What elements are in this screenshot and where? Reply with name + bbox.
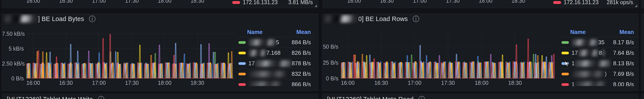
legend-mean-value: 7.69 B/s bbox=[613, 70, 634, 77]
redacted-name-blur bbox=[249, 39, 276, 46]
x-tick-label: 16:30 bbox=[53, 79, 79, 86]
name-fragment: 8 bbox=[599, 50, 602, 56]
x-tick-label: 17:30 bbox=[440, 0, 466, 4]
legend-series-name[interactable] bbox=[248, 81, 282, 86]
legend-series-name[interactable]: 1 bbox=[572, 81, 606, 86]
panel-title[interactable]: [HUT12260] Tablet Meta Read bbox=[327, 96, 414, 99]
legend-series-name[interactable]: 7.168 bbox=[248, 50, 280, 56]
panel-above-right: 172.16.131.23 281k ops/s 16:0016:3017:00… bbox=[323, 0, 638, 8]
redacted-title-prefix bbox=[4, 15, 37, 23]
legend-header-mean[interactable]: Mean bbox=[296, 29, 311, 36]
legend-item[interactable]: 172.16.131.23 281k ops/s bbox=[553, 0, 635, 6]
legend-header-row: Name Mean bbox=[560, 27, 638, 37]
name-fragment: 35 bbox=[598, 39, 604, 46]
name-fragment: 1 bbox=[572, 60, 574, 67]
legend-series-name[interactable] bbox=[248, 71, 287, 77]
info-icon[interactable]: ⓘ bbox=[418, 96, 425, 99]
legend-mean-value: 8.17 B/s bbox=[613, 39, 634, 46]
legend-mean-value: 7.64 B/s bbox=[613, 50, 634, 56]
panel-below-tablet-meta-read: [HUT12260] Tablet Meta Read ⓘ bbox=[322, 94, 638, 99]
name-fragment: 1 bbox=[572, 81, 574, 86]
legend-header-name[interactable]: Name bbox=[570, 29, 586, 36]
redacted-name-blur bbox=[578, 50, 598, 56]
legend-row[interactable]: 7.168826 B/s bbox=[237, 48, 315, 58]
legend-row[interactable]: 358.17 B/s bbox=[560, 37, 638, 48]
redacted-name-blur bbox=[572, 71, 604, 77]
x-tick-label: 17:30 bbox=[119, 0, 145, 4]
series-color-marker bbox=[562, 83, 569, 86]
name-fragment: ) bbox=[605, 70, 607, 77]
redacted-name-blur bbox=[575, 60, 610, 67]
mouse-cursor-icon bbox=[564, 61, 570, 67]
legend-series-name[interactable]: 35 bbox=[572, 39, 604, 46]
redacted-name-blur bbox=[249, 50, 266, 56]
panel-above-left: 172.16.131.23 3.81 MB/s 16:0016:3017:001… bbox=[2, 0, 318, 8]
legend-series-name[interactable]: ) bbox=[572, 70, 607, 77]
info-icon[interactable]: ⓘ bbox=[412, 16, 419, 22]
legend-series-name[interactable]: 178 bbox=[572, 50, 605, 56]
panel-title[interactable]: ] BE Load Bytes bbox=[38, 15, 84, 23]
legend-table: Name Mean 5884 B/s7.168826 B/s17878 B/s8… bbox=[237, 27, 315, 86]
legend-row[interactable]: 18.13 B/s bbox=[560, 58, 638, 69]
panel-resize-handle-icon[interactable] bbox=[635, 5, 637, 7]
x-tick-label: 16:00 bbox=[20, 79, 46, 86]
legend-mean-value: 866 B/s bbox=[292, 81, 311, 86]
x-tick-label: 17:30 bbox=[435, 79, 461, 86]
legend-row[interactable]: 866 B/s bbox=[237, 79, 315, 86]
panel-header: [HUT12260] Tablet Meta Write ⓘ bbox=[4, 95, 316, 99]
legend-series-name[interactable]: 172.16.131.23 bbox=[243, 0, 278, 6]
y-tick-label: 25 B/s bbox=[322, 59, 338, 66]
legend-series-name[interactable]: 5 bbox=[248, 39, 279, 46]
legend-item[interactable]: 172.16.131.23 3.81 MB/s bbox=[232, 0, 315, 6]
series-color-marker bbox=[238, 62, 246, 65]
redacted-title-prefix bbox=[324, 15, 358, 23]
legend-series-name[interactable]: 172.16.131.23 bbox=[564, 0, 598, 6]
series-color-marker bbox=[562, 41, 569, 44]
legend-header-mean[interactable]: Mean bbox=[620, 29, 634, 36]
panel-header: 0] BE Load Rows ⓘ bbox=[324, 15, 636, 23]
x-tick-label: 18:00 bbox=[152, 0, 178, 4]
legend-series-name[interactable]: 1 bbox=[572, 60, 611, 67]
legend-series-name[interactable]: 17 bbox=[248, 60, 292, 67]
legend-row[interactable]: 17878 B/s bbox=[237, 58, 315, 69]
x-tick-label: 18:30 bbox=[502, 79, 528, 86]
legend-row[interactable]: 832 B/s bbox=[237, 69, 315, 79]
panel-header: [HUT12260] Tablet Meta Read ⓘ bbox=[324, 95, 636, 99]
x-tick-label: 16:00 bbox=[335, 79, 361, 86]
panel-title[interactable]: 0] BE Load Rows bbox=[358, 15, 408, 23]
y-tick-label: 5 kB/s bbox=[2, 45, 24, 52]
x-tick-label: 18:30 bbox=[505, 0, 531, 4]
panel-title[interactable]: [HUT12260] Tablet Meta Write bbox=[7, 96, 93, 99]
series-color-marker bbox=[238, 73, 246, 75]
series-color-marker bbox=[553, 1, 561, 4]
series-color-marker bbox=[238, 52, 246, 54]
y-tick-label: 50 B/s bbox=[322, 43, 338, 50]
panel-below-edge bbox=[641, 94, 644, 99]
legend-row[interactable]: 1787.64 B/s bbox=[560, 48, 638, 58]
x-tick-label: 16:30 bbox=[368, 79, 394, 86]
legend-header-name[interactable]: Name bbox=[247, 29, 262, 36]
name-fragment: 17 bbox=[572, 50, 578, 56]
name-fragment: 7.168 bbox=[266, 50, 280, 56]
x-tick-label: 18:30 bbox=[184, 79, 210, 86]
legend-mean-value: 884 B/s bbox=[292, 39, 311, 46]
legend-mean-value: 826 B/s bbox=[292, 50, 311, 56]
x-tick-label: 16:00 bbox=[341, 0, 367, 4]
time-series-plot[interactable] bbox=[26, 31, 234, 78]
info-icon[interactable]: ⓘ bbox=[98, 96, 104, 99]
panel-above-edge bbox=[641, 0, 644, 8]
legend-row[interactable]: )7.69 B/s bbox=[560, 69, 638, 79]
x-tick-label: 18:30 bbox=[184, 0, 210, 4]
time-series-plot[interactable] bbox=[341, 31, 555, 78]
x-tick-label: 18:00 bbox=[472, 0, 498, 4]
y-tick-label: 2.50 kB/s bbox=[2, 60, 24, 67]
legend-row[interactable]: 18.00 B/s bbox=[560, 79, 638, 86]
x-tick-label: 17:30 bbox=[119, 79, 145, 86]
panel-below-tablet-meta-write: [HUT12260] Tablet Meta Write ⓘ bbox=[2, 94, 318, 99]
panel-resize-handle-icon[interactable] bbox=[314, 5, 317, 7]
redacted-name-blur bbox=[255, 60, 291, 67]
x-tick-label: 17:00 bbox=[86, 79, 112, 86]
series-color-marker bbox=[562, 52, 569, 54]
legend-row[interactable]: 5884 B/s bbox=[237, 37, 315, 48]
info-icon[interactable]: ⓘ bbox=[89, 16, 96, 22]
